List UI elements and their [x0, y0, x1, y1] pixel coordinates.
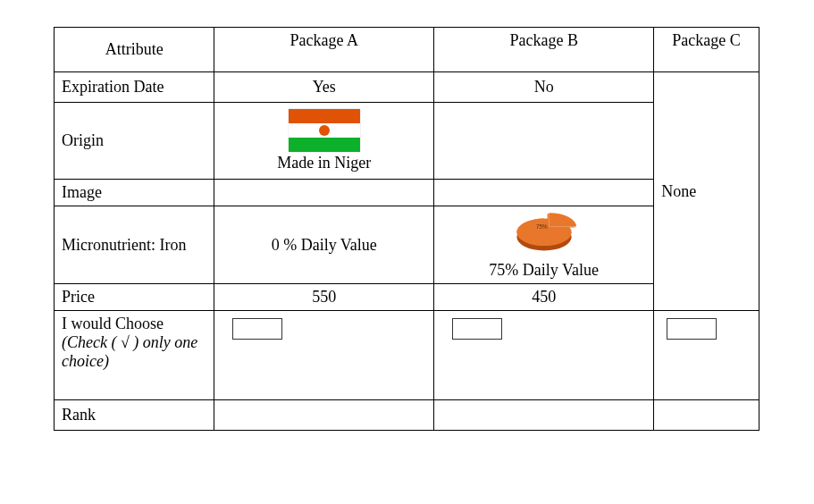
choose-label-line1: I would Choose [62, 315, 164, 332]
header-attribute: Attribute [55, 28, 214, 72]
header-package-b: Package B [434, 28, 654, 72]
cell-micro-pkg-b: 75% 75% Daily Value [434, 206, 654, 284]
choose-label-line2: (Check ( √ ) only one choice) [62, 333, 197, 370]
cell-origin-pkg-a: Made in Niger [214, 103, 434, 180]
cell-price-pkg-b: 450 [434, 284, 654, 311]
header-package-a: Package A [214, 28, 434, 72]
cell-choose-pkg-c [654, 311, 759, 400]
cell-origin-pkg-b [434, 103, 654, 180]
choose-checkbox-a[interactable] [232, 318, 282, 340]
cell-micro-pkg-a: 0 % Daily Value [214, 206, 434, 284]
cell-rank-pkg-a[interactable] [214, 400, 434, 431]
attr-choose: I would Choose (Check ( √ ) only one cho… [55, 311, 214, 400]
cell-rank-pkg-b[interactable] [434, 400, 654, 431]
choice-experiment-table: Attribute Package A Package B Package C … [54, 27, 759, 431]
cell-choose-pkg-b [434, 311, 654, 400]
cell-exp-pkg-b: No [434, 72, 654, 103]
cell-exp-pkg-a: Yes [214, 72, 434, 103]
pie-chart-75-icon: 75% [504, 210, 584, 259]
pie-label: 75% [536, 223, 548, 230]
header-package-c: Package C [654, 28, 759, 72]
micro-caption-b: 75% Daily Value [489, 261, 599, 280]
cell-image-pkg-a [214, 180, 434, 206]
choose-checkbox-b[interactable] [452, 318, 502, 340]
cell-choose-pkg-a [214, 311, 434, 400]
attr-micronutrient-iron: Micronutrient: Iron [55, 206, 214, 284]
attr-rank: Rank [55, 400, 214, 431]
attr-expiration-date: Expiration Date [55, 72, 214, 103]
attr-origin: Origin [55, 103, 214, 180]
choose-checkbox-c[interactable] [667, 318, 717, 340]
origin-caption-a: Made in Niger [277, 154, 371, 172]
cell-rank-pkg-c[interactable] [654, 400, 759, 431]
attr-image: Image [55, 180, 214, 206]
cell-image-pkg-b [434, 180, 654, 206]
cell-price-pkg-a: 550 [214, 284, 434, 311]
cell-pkg-c-none: None [654, 72, 759, 311]
attr-price: Price [55, 284, 214, 311]
niger-flag-icon [289, 109, 360, 152]
